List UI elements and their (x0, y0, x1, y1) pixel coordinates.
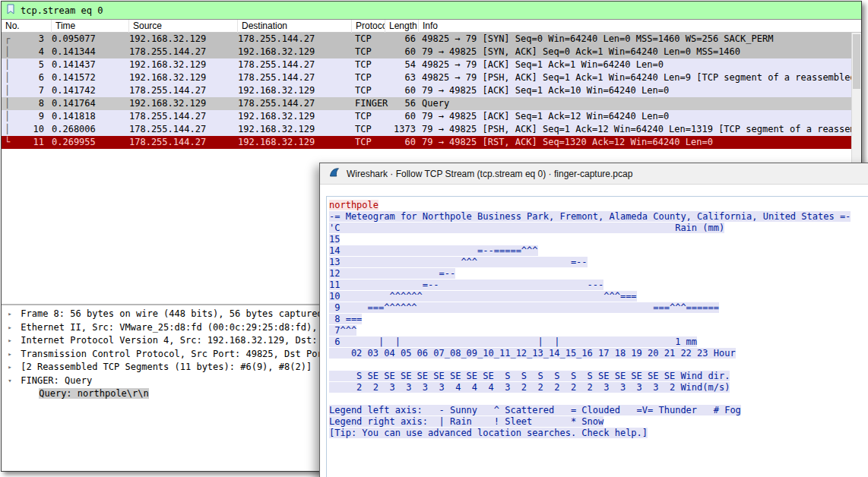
cell-destination: 178.255.144.27 (238, 58, 315, 71)
cell-protocol: FINGER (355, 97, 388, 110)
stream-client-line: northpole (329, 200, 379, 210)
stream-content-area[interactable]: northpole -= Meteogram for Northpole Bus… (326, 196, 868, 477)
stream-server-line: 15 (329, 234, 340, 245)
stream-server-line: 11 =-- --- (329, 280, 603, 290)
cell-info: 79 → 49825 [ACK] Seq=1 Ack=10 Win=64240 … (422, 84, 669, 97)
packet-row[interactable]: │ 4 0.141344 178.255.144.27 192.168.32.1… (2, 46, 861, 58)
gutter-mark: │ (5, 110, 13, 123)
cell-no: 8 (14, 97, 44, 110)
display-filter-input[interactable]: tcp.stream eq 0 (21, 5, 103, 16)
packet-row[interactable]: │ 7 0.141742 178.255.144.27 192.168.32.1… (2, 84, 861, 97)
stream-server-line: Legend right axis: | Rain ! Sleet * Snow (329, 416, 603, 427)
cell-source: 192.168.32.129 (129, 71, 206, 84)
dialog-titlebar[interactable]: Wireshark · Follow TCP Stream (tcp.strea… (320, 163, 868, 185)
cell-destination: 192.168.32.129 (238, 46, 315, 58)
cell-destination: 192.168.32.129 (238, 110, 315, 123)
stream-server-line: 13 ^^^ =-- (329, 257, 588, 267)
column-header-protocol[interactable]: Protocol (352, 20, 385, 33)
expand-arrow-icon[interactable]: ▸ (5, 348, 15, 362)
expand-arrow-icon[interactable]: ▸ (5, 321, 15, 335)
detail-text: Query: northpole\r\n (39, 388, 149, 399)
column-header-no[interactable]: No. (2, 20, 52, 33)
expand-arrow-icon[interactable]: ▾ (5, 374, 15, 388)
packet-rows: ┌ 3 0.095077 192.168.32.129 178.255.144.… (2, 33, 861, 149)
detail-text: Ethernet II, Src: VMware_25:d8:fd (00:0c… (21, 322, 344, 333)
cell-time: 0.141742 (52, 84, 96, 97)
cell-length: 60 (385, 110, 416, 123)
gutter-mark: │ (5, 46, 13, 58)
scrollbar-thumb[interactable] (853, 34, 860, 89)
cell-protocol: TCP (355, 110, 372, 123)
wireshark-icon (328, 166, 341, 181)
cell-destination: 178.255.144.27 (238, 71, 315, 84)
packet-row[interactable]: │ 5 0.141437 192.168.32.129 178.255.144.… (2, 58, 861, 71)
gutter-mark: ┌ (5, 33, 13, 46)
detail-text: FINGER: Query (21, 375, 92, 386)
stream-server-line: 'C Rain (mm) (329, 223, 724, 233)
gutter-mark: │ (5, 58, 13, 71)
cell-destination: 178.255.144.27 (238, 33, 315, 46)
cell-time: 0.095077 (52, 33, 96, 46)
cell-length: 56 (385, 97, 416, 110)
cell-time: 0.141437 (52, 58, 96, 71)
gutter-mark: └ (5, 136, 13, 149)
cell-protocol: TCP (355, 33, 372, 46)
cell-protocol: TCP (355, 84, 372, 97)
gutter-mark: │ (5, 123, 13, 136)
column-header-source[interactable]: Source (129, 20, 238, 33)
cell-info: 49825 → 79 [PSH, ACK] Seq=1 Ack=1 Win=64… (422, 71, 861, 84)
stream-server-line: -= Meteogram for Northpole Business Park… (329, 211, 851, 222)
cell-destination: 178.255.144.27 (238, 97, 315, 110)
cell-no: 4 (14, 46, 44, 58)
expand-arrow-icon[interactable]: ▸ (5, 308, 15, 321)
gutter-mark: │ (5, 71, 13, 84)
stream-server-line: S SE SE SE SE SE SE SE SE S S S S S S SE… (329, 371, 730, 381)
stream-server-line: 14 =--=====^^^ (329, 245, 538, 256)
packet-list-header: No. Time Source Destination Protocol Len… (2, 20, 861, 33)
filter-bookmark-icon[interactable] (6, 4, 15, 17)
display-filter-bar[interactable]: tcp.stream eq 0 (2, 2, 861, 20)
cell-info: 79 → 49825 [PSH, ACK] Seq=1 Ack=12 Win=6… (422, 123, 861, 136)
cell-length: 1373 (385, 123, 416, 136)
detail-text: [2 Reassembled TCP Segments (11 bytes): … (21, 362, 312, 372)
expand-arrow-icon[interactable]: ▸ (5, 334, 15, 348)
packet-row[interactable]: ┌ 3 0.095077 192.168.32.129 178.255.144.… (2, 33, 861, 46)
gutter-mark: │ (5, 97, 13, 110)
dialog-body: northpole -= Meteogram for Northpole Bus… (320, 185, 868, 477)
cell-no: 10 (14, 123, 44, 136)
stream-server-line: 10 ^^^^^^ ^^^=== (329, 291, 637, 302)
stream-server-line: 9 ===^^^^^^ ===^^^====== (329, 302, 719, 313)
cell-source: 178.255.144.27 (129, 46, 206, 58)
column-header-length[interactable]: Length (385, 20, 419, 33)
cell-length: 63 (385, 71, 416, 84)
cell-length: 60 (385, 136, 416, 149)
cell-source: 192.168.32.129 (129, 58, 206, 71)
cell-destination: 192.168.32.129 (238, 136, 315, 149)
cell-info: 49825 → 79 [ACK] Seq=1 Ack=1 Win=64240 L… (422, 58, 664, 71)
cell-length: 66 (385, 33, 416, 46)
dialog-title: Wireshark · Follow TCP Stream (tcp.strea… (347, 169, 632, 179)
column-header-destination[interactable]: Destination (238, 20, 352, 33)
cell-source: 178.255.144.27 (129, 136, 206, 149)
cell-info: 49825 → 79 [SYN] Seq=0 Win=64240 Len=0 M… (422, 33, 773, 46)
cell-protocol: TCP (355, 46, 372, 58)
packet-row[interactable]: │ 10 0.268006 178.255.144.27 192.168.32.… (2, 123, 861, 136)
cell-info: 79 → 49825 [RST, ACK] Seq=1320 Ack=12 Wi… (422, 136, 713, 149)
packet-row[interactable]: │ 8 0.141764 192.168.32.129 178.255.144.… (2, 97, 861, 110)
cell-time: 0.269955 (52, 136, 96, 149)
packet-row[interactable]: │ 9 0.141818 178.255.144.27 192.168.32.1… (2, 110, 861, 123)
cell-length: 54 (385, 58, 416, 71)
stream-server-line: 8 === (329, 314, 362, 324)
cell-time: 0.141344 (52, 46, 96, 58)
cell-time: 0.141572 (52, 71, 96, 84)
expand-arrow-icon[interactable]: ▸ (5, 361, 15, 374)
stream-text: northpole -= Meteogram for Northpole Bus… (329, 200, 868, 439)
packet-row[interactable]: └ 11 0.269955 178.255.144.27 192.168.32.… (2, 136, 861, 149)
stream-server-line: 02 03 04 05 06 07_08_09_10_11_12_13_14_1… (329, 348, 736, 359)
cell-time: 0.141818 (52, 110, 96, 123)
packet-row[interactable]: │ 6 0.141572 192.168.32.129 178.255.144.… (2, 71, 861, 84)
cell-source: 192.168.32.129 (129, 33, 206, 46)
cell-source: 192.168.32.129 (129, 97, 206, 110)
column-header-time[interactable]: Time (52, 20, 129, 33)
column-header-info[interactable]: Info (419, 20, 862, 33)
